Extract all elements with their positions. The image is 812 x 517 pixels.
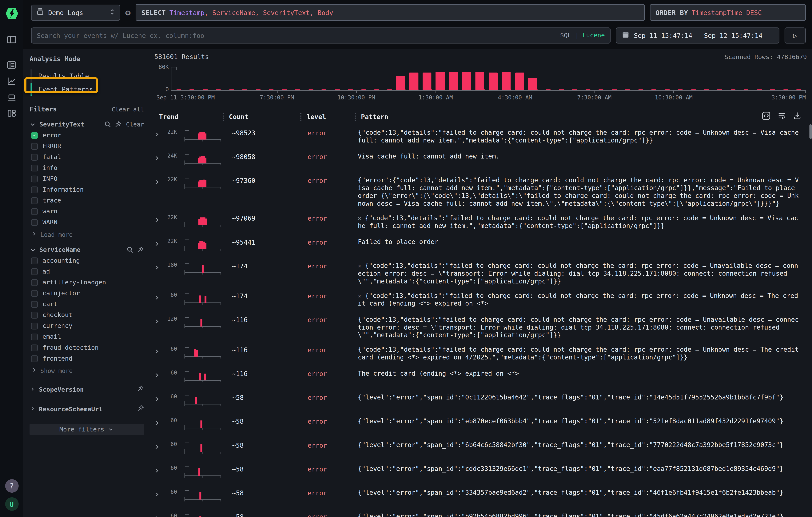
filter-checkbox[interactable] [31,257,38,264]
expand-row-icon[interactable] [153,487,163,500]
pattern-text[interactable]: ×{"code":13,"details":"failed to charge … [355,261,808,286]
filter-checkbox[interactable] [31,301,38,308]
pattern-text[interactable]: {"error":{"code":13,"details":"failed to… [355,175,808,208]
filter-checkbox[interactable] [31,143,38,149]
expand-row-icon[interactable] [153,416,163,428]
expand-row-icon[interactable] [153,213,163,225]
chart-explorer-icon[interactable] [6,76,17,86]
sidebar-toggle-icon[interactable] [6,34,17,45]
app-logo-icon[interactable] [5,7,19,20]
code-view-icon[interactable] [762,111,771,122]
run-query-button[interactable]: ▷ [785,27,806,43]
chevron-down-icon[interactable] [30,246,36,253]
filter-checkbox[interactable] [31,268,38,275]
orderby-input[interactable]: ORDER BY TimestampTime DESC [650,4,806,21]
gear-icon[interactable]: ⚙ [125,8,130,17]
select-query-input[interactable]: SELECT Timestamp, ServiceName, SeverityT… [136,4,645,21]
filter-checkbox[interactable] [31,279,38,286]
pattern-text[interactable]: Visa cache full: cannot add new item. [355,151,808,161]
pattern-text[interactable]: {"code":13,"details":"failed to charge c… [355,127,808,145]
pattern-text[interactable]: The credit card (ending <*> expired on <… [355,368,808,378]
pin-icon[interactable] [137,384,144,394]
expand-row-icon[interactable] [153,261,163,273]
expand-row-icon[interactable] [153,392,163,405]
analysis-mode-results-table[interactable]: Results Table [30,69,144,83]
sparkline-chart [177,151,223,170]
filter-checkbox[interactable] [31,164,38,171]
search-icon[interactable] [126,246,134,253]
filter-checkbox[interactable] [31,197,38,204]
source-selector[interactable]: Demo Logs [31,4,120,20]
clear-all-filters-link[interactable]: Clear all [112,105,144,113]
filter-group-resourceschemaurl[interactable]: ResourceSchemaUrl [30,404,144,414]
filter-checkbox[interactable]: ✓ [31,132,38,139]
expand-row-icon[interactable] [153,237,163,249]
filter-checkbox[interactable] [31,175,38,182]
expand-row-icon[interactable] [153,511,163,517]
filter-checkbox[interactable] [31,208,38,215]
pattern-text[interactable]: ×{"code":13,"details":"failed to charge … [355,291,808,308]
pattern-text[interactable]: {"code":13,"details":"failed to charge c… [355,315,808,340]
expand-row-icon[interactable] [153,315,163,327]
chevron-down-icon[interactable] [30,121,36,127]
load-more-link[interactable]: Load more [31,230,144,238]
filter-checkbox[interactable] [31,355,38,362]
date-range-picker[interactable]: Sep 11 15:47:14 - Sep 12 15:47:14 [616,27,779,43]
column-header-level[interactable]: level [300,113,355,121]
search-input[interactable] [37,31,556,39]
pattern-row: 22K~97360error{"error":{"code":13,"detai… [153,173,808,211]
filter-checkbox[interactable] [31,186,38,193]
pattern-text[interactable]: {"level":"error","span_id":"b92b54b6882b… [355,511,808,517]
expand-row-icon[interactable] [153,344,163,357]
expand-row-icon[interactable] [153,464,163,476]
filter-checkbox[interactable] [31,219,38,226]
user-avatar[interactable]: U [5,497,19,511]
pattern-text[interactable]: Failed to place order [355,237,808,246]
events-histogram[interactable]: 80K 0 Sep 11 3:30:00 PM7:30:00 PM10:30:0… [153,63,808,103]
sessions-icon[interactable] [6,92,17,103]
filter-option-label: info [42,164,58,171]
search-logs-icon[interactable] [6,60,17,70]
help-button[interactable]: ? [5,479,19,493]
filter-checkbox[interactable] [31,312,38,318]
expand-row-icon[interactable] [153,291,163,303]
filter-checkbox[interactable] [31,333,38,340]
query-language-toggle[interactable]: SQL | Lucene [560,32,605,39]
expand-row-icon[interactable] [153,175,163,188]
clear-filter-link[interactable]: Clear [126,121,144,128]
expand-row-icon[interactable] [153,368,163,381]
pattern-text[interactable]: ×{"code":13,"details":"failed to charge … [355,213,808,230]
filter-checkbox[interactable] [31,344,38,351]
scrollbar-thumb[interactable] [809,124,812,139]
pattern-text[interactable]: {"level":"error","span_id":"cddc331329e6… [355,464,808,473]
filter-group-scopeversion[interactable]: ScopeVersion [30,384,144,394]
expand-row-icon[interactable] [153,440,163,452]
lucene-toggle[interactable]: Lucene [582,32,605,39]
pin-icon[interactable] [137,404,144,414]
column-header-pattern[interactable]: Pattern [355,113,808,121]
filter-checkbox[interactable] [31,153,38,160]
dashboards-icon[interactable] [6,108,17,119]
filter-checkbox[interactable] [31,322,38,329]
pattern-text[interactable]: {"level":"error","span_id":"eb870ecef063… [355,416,808,425]
download-icon[interactable] [793,111,802,122]
pattern-text[interactable]: {"code":13,"details":"failed to charge c… [355,344,808,362]
expand-row-icon[interactable] [153,127,163,140]
more-filters-button[interactable]: More filters [30,424,144,435]
pin-icon[interactable] [115,121,122,128]
histogram-plot-area[interactable] [171,67,806,91]
analysis-mode-event-patterns[interactable]: Event Patterns [30,83,144,96]
expand-row-icon[interactable] [153,151,163,164]
pattern-text[interactable]: {"level":"error","span_id":"6b64c6c58842… [355,440,808,449]
load-more-link[interactable]: Show more [31,367,144,374]
pin-icon[interactable] [137,246,144,253]
wrap-lines-icon[interactable] [777,111,786,122]
pattern-text[interactable]: {"level":"error","span_id":"0c11220615ba… [355,392,808,402]
search-icon[interactable] [104,121,112,128]
pattern-text[interactable]: {"level":"error","span_id":"334357bae9ed… [355,487,808,497]
column-header-count[interactable]: Count [223,113,300,121]
sql-toggle[interactable]: SQL [560,32,572,39]
search-bar[interactable]: SQL | Lucene [31,27,611,43]
column-header-trend[interactable]: Trend [153,113,223,121]
filter-checkbox[interactable] [31,290,38,296]
